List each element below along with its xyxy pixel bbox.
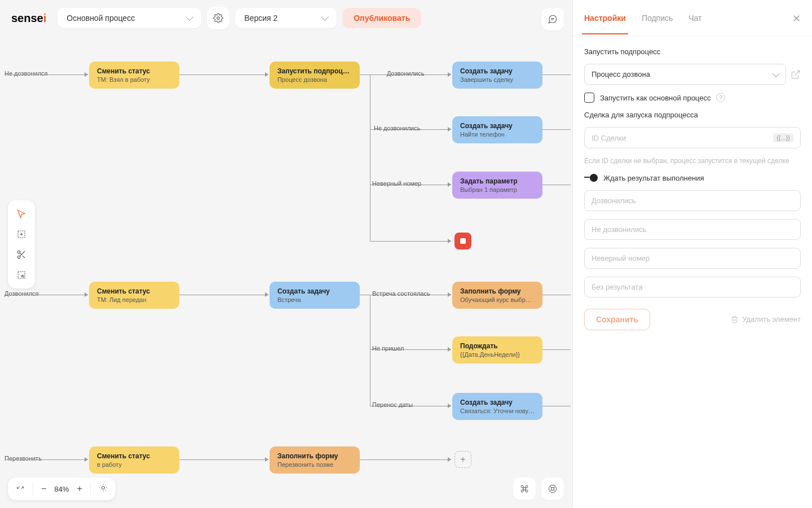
node-create-task-contact[interactable]: Создать задачу Связаться: Уточни новую..… <box>452 393 542 420</box>
connector <box>542 406 571 406</box>
fit-icon <box>16 483 25 492</box>
tab-settings[interactable]: Настройки <box>584 2 626 34</box>
node-change-status-3[interactable]: Сменить статус в работу <box>89 446 179 474</box>
corner-tools <box>513 478 564 500</box>
tool-lasso[interactable] <box>12 266 30 284</box>
node-set-param[interactable]: Задать параметр Выбран 1 параметр <box>452 172 542 199</box>
arrow-icon <box>265 292 268 297</box>
chat-button[interactable] <box>541 8 564 30</box>
edge-label: Перенос даты <box>372 401 413 408</box>
tab-signature[interactable]: Подпись <box>642 2 673 34</box>
edge-label: Дозвонились <box>387 70 424 77</box>
panel-tabs: Настройки Подпись Чат ✕ <box>573 0 812 36</box>
arrow-icon <box>448 127 451 132</box>
scissors-icon <box>16 249 27 260</box>
arrow-icon <box>448 404 451 408</box>
node-subtitle: Связаться: Уточни новую... <box>460 408 535 414</box>
connector <box>542 129 571 130</box>
svg-point-0 <box>217 17 220 20</box>
theme-button[interactable] <box>96 481 110 497</box>
svg-point-12 <box>102 486 104 489</box>
node-subtitle: Найти телефон <box>460 131 535 138</box>
main-process-checkbox-label: Запустить как основной процесс <box>600 94 710 102</box>
logo: sensei <box>11 12 46 25</box>
tool-cursor[interactable] <box>12 205 30 223</box>
zoom-out-button[interactable]: − <box>39 481 48 496</box>
arrow-icon <box>85 72 88 77</box>
tab-chat[interactable]: Чат <box>689 2 701 34</box>
trash-icon <box>731 316 739 323</box>
node-fill-form-course[interactable]: Заполнить форму Обучающий курс выбран... <box>452 282 542 309</box>
settings-button[interactable] <box>207 7 230 29</box>
subprocess-select[interactable]: Процесс дозвона <box>584 64 786 85</box>
tool-select[interactable] <box>12 225 30 243</box>
result-option-0[interactable]: Дозвонились <box>584 190 801 211</box>
result-option-2[interactable]: Неверный номер <box>584 248 801 269</box>
version-dropdown-label: Версия 2 <box>244 14 277 23</box>
result-option-3[interactable]: Без результата <box>584 277 801 297</box>
process-dropdown-label: Основной процесс <box>67 14 135 23</box>
wait-result-toggle[interactable] <box>584 174 598 182</box>
save-button[interactable]: Сохранить <box>584 309 650 330</box>
node-title: Создать задачу <box>460 398 535 406</box>
fit-button[interactable] <box>14 481 27 497</box>
arrow-icon <box>265 72 268 77</box>
node-create-task-finish[interactable]: Создать задачу Завершить сделку <box>452 62 542 89</box>
edge-label: Не пришел <box>372 345 404 352</box>
delete-element-label: Удалить элемент <box>742 315 801 323</box>
connector <box>179 295 268 295</box>
node-title: Создать задачу <box>460 122 535 130</box>
sun-icon <box>99 483 108 492</box>
node-wait[interactable]: Подождать {{Дата.ДеньНедели}} <box>452 336 542 364</box>
arrow-icon <box>448 239 451 243</box>
node-change-status-1[interactable]: Сменить статус ТМ: Взял в работу <box>89 62 179 89</box>
canvas[interactable]: Не дозвонился Сменить статус ТМ: Взял в … <box>0 36 572 508</box>
node-title: Сменить статус <box>97 67 171 75</box>
process-dropdown[interactable]: Основной процесс <box>58 8 201 28</box>
wait-result-label: Ждать результат выполнения <box>603 174 704 182</box>
node-title: Заполнить форму <box>277 452 352 460</box>
result-option-1[interactable]: Не дозвонились <box>584 219 801 240</box>
divider <box>90 482 91 496</box>
node-start-subprocess[interactable]: Запустить подпроцесс Процесс дозвона <box>270 62 360 89</box>
node-stop[interactable] <box>454 233 471 249</box>
chevron-down-icon <box>186 13 193 21</box>
svg-point-22 <box>551 487 554 490</box>
deal-id-placeholder: ID Сделки <box>592 134 626 142</box>
node-create-task-meeting[interactable]: Создать задачу Встреча <box>270 282 360 309</box>
version-dropdown[interactable]: Версия 2 <box>235 8 337 28</box>
connector <box>360 295 370 295</box>
svg-line-24 <box>554 490 555 492</box>
help-button[interactable] <box>541 478 564 500</box>
help-icon[interactable]: ? <box>716 93 725 102</box>
svg-line-26 <box>550 490 551 492</box>
node-subtitle: ТМ: Взял в работу <box>97 76 171 83</box>
panel-body: Запустить подпроцесс Процесс дозвона Зап… <box>573 36 812 341</box>
external-link-icon[interactable] <box>791 69 801 80</box>
node-add[interactable]: + <box>454 451 471 468</box>
svg-line-16 <box>105 490 105 491</box>
svg-line-19 <box>100 490 101 491</box>
variable-badge[interactable]: {{...}} <box>773 133 793 142</box>
publish-button[interactable]: Опубликовать <box>342 8 421 28</box>
node-fill-form-callback[interactable]: Заполнить форму Перезвонить позже <box>270 446 360 474</box>
main-process-checkbox[interactable] <box>584 93 594 103</box>
connector <box>5 295 88 295</box>
tool-cut[interactable] <box>12 246 30 264</box>
connector <box>542 75 571 75</box>
node-subtitle: Процесс дозвона <box>277 76 352 83</box>
shortcuts-button[interactable] <box>513 478 536 500</box>
edge-label: Не дозвонились <box>374 125 420 132</box>
connector <box>5 75 88 75</box>
node-change-status-2[interactable]: Сменить статус ТМ: Лид передан <box>89 282 179 309</box>
node-subtitle: {{Дата.ДеньНедели}} <box>460 351 535 358</box>
gear-icon <box>213 13 223 23</box>
delete-element-button[interactable]: Удалить элемент <box>731 315 801 323</box>
node-subtitle: Завершить сделку <box>460 76 535 83</box>
connector <box>542 185 571 185</box>
close-panel-button[interactable]: ✕ <box>792 12 801 25</box>
zoom-in-button[interactable]: + <box>74 481 84 496</box>
node-create-task-findphone[interactable]: Создать задачу Найти телефон <box>452 116 542 143</box>
deal-id-input[interactable]: ID Сделки {{...}} <box>584 127 801 148</box>
edge-label: Встреча состоялась <box>372 290 430 297</box>
